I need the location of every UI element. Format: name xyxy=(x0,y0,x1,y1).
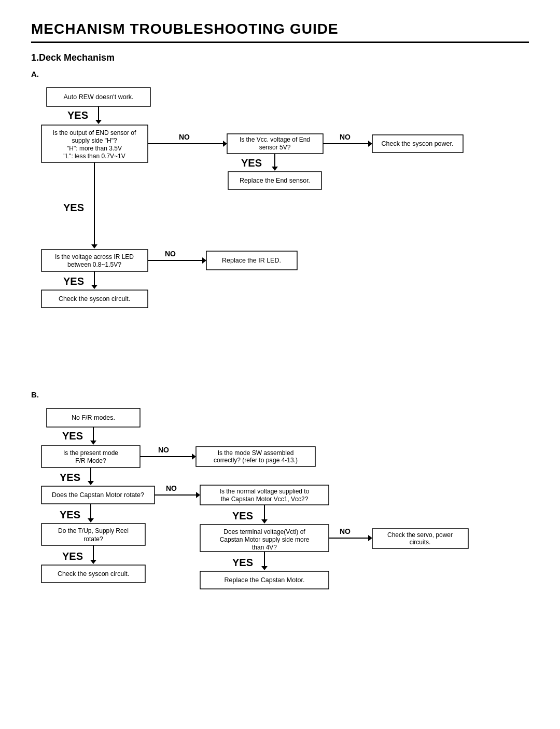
svg-marker-81 xyxy=(368,535,372,541)
svg-text:the Capstan Motor Vcc1, Vcc2?: the Capstan Motor Vcc1, Vcc2? xyxy=(221,496,309,503)
svg-text:YES: YES xyxy=(232,557,253,568)
svg-text:Is the output of END sensor of: Is the output of END sensor of xyxy=(53,129,136,136)
svg-text:F/R Mode?: F/R Mode? xyxy=(75,457,106,464)
svg-text:YES: YES xyxy=(241,157,262,169)
svg-text:Check the syscon power.: Check the syscon power. xyxy=(382,140,454,147)
svg-text:No F/R modes.: No F/R modes. xyxy=(72,414,115,421)
svg-marker-33 xyxy=(202,257,206,264)
svg-text:Is the present mode: Is the present mode xyxy=(63,449,118,457)
svg-text:Do the T/Up, Supply Reel: Do the T/Up, Supply Reel xyxy=(58,527,129,534)
svg-text:supply side "H"?: supply side "H"? xyxy=(72,137,117,144)
svg-text:"H": more than 3.5V: "H": more than 3.5V xyxy=(67,145,122,152)
svg-text:Check the syscon circuit.: Check the syscon circuit. xyxy=(59,295,130,302)
svg-marker-11 xyxy=(223,141,227,147)
svg-text:Does terminal voltage(Vctl) of: Does terminal voltage(Vctl) of xyxy=(223,528,305,535)
svg-text:YES: YES xyxy=(62,551,83,562)
section-heading: 1.Deck Mechanism xyxy=(31,52,529,63)
svg-marker-51 xyxy=(192,453,196,460)
svg-text:Auto REW doesn't work.: Auto REW doesn't work. xyxy=(63,93,133,101)
svg-text:YES: YES xyxy=(67,109,88,121)
svg-marker-68 xyxy=(88,518,94,522)
svg-marker-17 xyxy=(368,141,372,147)
section-b-label: B. xyxy=(31,390,529,399)
svg-text:Capstan Motor supply side more: Capstan Motor supply side more xyxy=(220,536,310,543)
svg-text:NO: NO xyxy=(166,484,177,492)
svg-marker-3 xyxy=(95,120,102,124)
svg-text:Is the voltage across IR LED: Is the voltage across IR LED xyxy=(55,253,134,260)
svg-text:Check the servo, power: Check the servo, power xyxy=(387,531,453,539)
svg-text:YES: YES xyxy=(232,510,253,521)
svg-text:rotate?: rotate? xyxy=(83,535,103,543)
svg-text:Check the syscon circuit.: Check the syscon circuit. xyxy=(58,570,129,577)
svg-marker-71 xyxy=(261,519,268,524)
svg-marker-27 xyxy=(91,244,97,249)
svg-marker-38 xyxy=(91,285,97,289)
svg-marker-22 xyxy=(272,167,278,171)
svg-text:NO: NO xyxy=(179,133,190,141)
svg-text:YES: YES xyxy=(62,430,83,442)
flowchart-b: No F/R modes. YES Is the present mode F/… xyxy=(31,403,508,729)
svg-marker-87 xyxy=(90,560,96,564)
svg-text:YES: YES xyxy=(60,472,80,483)
svg-text:"L": less than 0.7V~1V: "L": less than 0.7V~1V xyxy=(63,153,125,160)
svg-text:Replace the Capstan Motor.: Replace the Capstan Motor. xyxy=(225,576,305,584)
svg-marker-45 xyxy=(90,441,96,445)
svg-text:NO: NO xyxy=(158,446,169,454)
svg-text:NO: NO xyxy=(340,527,351,535)
svg-text:NO: NO xyxy=(340,133,351,141)
svg-text:NO: NO xyxy=(165,250,176,258)
section-a-label: A. xyxy=(31,70,529,78)
svg-text:Replace the IR LED.: Replace the IR LED. xyxy=(222,257,281,264)
svg-text:Does the Capstan Motor rotate?: Does the Capstan Motor rotate? xyxy=(52,491,144,499)
svg-text:circuits.: circuits. xyxy=(410,539,431,546)
svg-marker-62 xyxy=(196,492,200,498)
svg-text:YES: YES xyxy=(60,509,80,520)
svg-marker-90 xyxy=(261,566,268,570)
svg-text:Is the mode SW assembled: Is the mode SW assembled xyxy=(218,449,294,457)
svg-text:YES: YES xyxy=(63,202,84,213)
svg-text:between 0.8~1.5V?: between 0.8~1.5V? xyxy=(67,261,121,268)
svg-text:correctly? (refer to page 4-13: correctly? (refer to page 4-13.) xyxy=(214,457,298,464)
svg-text:Is the Vcc. voltage of End: Is the Vcc. voltage of End xyxy=(240,136,310,143)
svg-text:YES: YES xyxy=(63,276,84,287)
svg-text:than 4V?: than 4V? xyxy=(252,544,277,551)
flowchart-a: Auto REW doesn't work. YES Is the output… xyxy=(31,82,508,383)
svg-text:Is the normal voltage supplied: Is the normal voltage supplied to xyxy=(220,488,310,495)
svg-text:Replace the End sensor.: Replace the End sensor. xyxy=(240,177,310,184)
svg-text:sensor 5V?: sensor 5V? xyxy=(259,144,291,151)
svg-marker-57 xyxy=(88,481,94,485)
page-title: MECHANISM TROUBLESHOOTING GUIDE xyxy=(31,21,529,43)
